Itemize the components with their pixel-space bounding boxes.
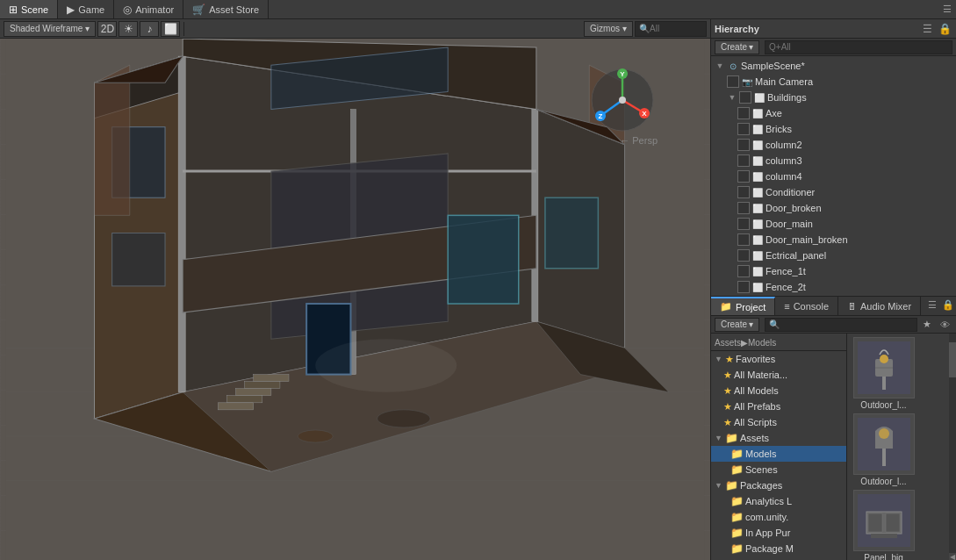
favorites-section-header[interactable]: ▼ ★ Favorites <box>711 351 846 367</box>
conditioner-check[interactable] <box>737 186 750 198</box>
tree-item-fence-3t[interactable]: ⬜ Fence_3t <box>711 295 956 296</box>
bottom-panel-menu-btn[interactable]: ☰ <box>924 297 940 312</box>
asset-item-panel-big[interactable]: Panel_big <box>851 490 916 560</box>
asset-models-item[interactable]: 📁 Models <box>711 446 846 462</box>
buildings-expand-arrow: ▼ <box>727 92 737 103</box>
tree-item-bricks[interactable]: ⬜ Bricks <box>711 121 956 137</box>
tab-menu-btn[interactable]: ☰ <box>938 0 956 18</box>
tab-game[interactable]: ▶ Game <box>58 0 114 18</box>
pkg-package-m-icon: 📁 <box>730 542 744 555</box>
asset-grid-scrollbar[interactable]: ◀ <box>949 334 956 560</box>
light-btn[interactable]: ☀ <box>119 21 138 37</box>
pkg-com-unity[interactable]: 📁 com.unity. <box>711 509 846 525</box>
animator-tab-icon: ◎ <box>123 4 132 16</box>
tree-item-main-camera[interactable]: 📷 Main Camera <box>711 74 956 90</box>
panel-expand-handle[interactable]: ◀ <box>949 553 956 560</box>
tree-scene-root[interactable]: ▼ ⊙ SampleScene* <box>711 58 956 74</box>
tree-item-conditioner[interactable]: ⬜ Conditioner <box>711 184 956 200</box>
svg-rect-24 <box>227 396 262 403</box>
tree-item-axe[interactable]: ⬜ Axe <box>711 105 956 121</box>
svg-rect-60 <box>886 513 900 532</box>
hierarchy-search-input[interactable] <box>769 42 948 52</box>
tree-item-column4[interactable]: ⬜ column4 <box>711 169 956 184</box>
project-search-input[interactable] <box>780 319 913 329</box>
door-broken-check[interactable] <box>737 202 750 214</box>
audio-btn[interactable]: ♪ <box>140 21 159 37</box>
fav-all-prefabs[interactable]: ★ All Prefabs <box>711 398 846 414</box>
project-star-btn[interactable]: ★ <box>919 317 935 333</box>
column3-check[interactable] <box>737 154 750 167</box>
door-main-broken-check[interactable] <box>737 233 750 246</box>
bottom-tab-bar: 📁 Project ≡ Console 🎚 Audio Mixer ☰ 🔒 <box>711 297 956 316</box>
asset-item-outdoor-1[interactable]: Outdoor_l... <box>851 337 916 410</box>
project-eye-btn[interactable]: 👁 <box>937 317 952 333</box>
tab-asset-store[interactable]: 🛒 Asset Store <box>183 0 269 18</box>
ectrical-panel-check[interactable] <box>737 249 750 262</box>
column4-label: column4 <box>766 171 802 182</box>
column3-label: column3 <box>766 155 802 166</box>
tree-item-fence-2t[interactable]: ⬜ Fence_2t <box>711 279 956 295</box>
main-camera-check[interactable] <box>727 75 739 88</box>
hierarchy-lock-btn[interactable]: 🔒 <box>937 21 952 37</box>
gizmos-dropdown[interactable]: Gizmos ▾ <box>584 21 633 37</box>
tab-project[interactable]: 📁 Project <box>711 297 775 315</box>
hierarchy-menu-btn[interactable]: ☰ <box>919 21 935 37</box>
buildings-check[interactable] <box>739 91 751 104</box>
pkg-in-app[interactable]: 📁 In App Pur <box>711 525 846 541</box>
project-breadcrumb: Assets ▶ Models <box>711 335 846 351</box>
toggle-2d-btn[interactable]: 2D <box>97 21 117 37</box>
svg-point-48 <box>619 97 626 104</box>
scene-search-input[interactable] <box>650 24 702 33</box>
effects-btn[interactable]: ⬜ <box>161 21 180 37</box>
tab-audio-mixer[interactable]: 🎚 Audio Mixer <box>838 297 921 315</box>
fav-all-materials[interactable]: ★ All Materia... <box>711 367 846 383</box>
pkg-textmesh[interactable]: 📁 TextMesh P <box>711 556 846 560</box>
hierarchy-create-btn[interactable]: Create ▾ <box>715 40 759 54</box>
svg-rect-22 <box>245 382 280 389</box>
tree-item-column2[interactable]: ⬜ column2 <box>711 137 956 153</box>
asset-grid-scroll-thumb[interactable] <box>949 342 956 377</box>
asset-grid[interactable]: Outdoor_l... <box>847 334 949 560</box>
fence-1t-check[interactable] <box>737 265 750 277</box>
tree-item-door-main[interactable]: ⬜ Door_main <box>711 216 956 232</box>
bottom-panel-lock-btn[interactable]: 🔒 <box>940 297 956 312</box>
tab-animator[interactable]: ◎ Animator <box>114 0 183 18</box>
scene-canvas[interactable]: Y X Z ← Persp <box>0 39 710 560</box>
tree-item-ectrical-panel[interactable]: ⬜ Ectrical_panel <box>711 248 956 263</box>
tab-console[interactable]: ≡ Console <box>775 297 838 315</box>
column2-check[interactable] <box>737 139 750 151</box>
tree-item-door-broken[interactable]: ⬜ Door_broken <box>711 200 956 216</box>
tree-item-buildings[interactable]: ▼ ⬜ Buildings <box>711 90 956 105</box>
asset-scenes-item[interactable]: 📁 Scenes <box>711 462 846 477</box>
asset-item-outdoor-2[interactable]: Outdoor_l... <box>851 413 916 486</box>
packages-section-header[interactable]: ▼ 📁 Packages <box>711 477 846 493</box>
bricks-check[interactable] <box>737 123 750 135</box>
tree-item-column3[interactable]: ⬜ column3 <box>711 153 956 169</box>
fav-all-scripts[interactable]: ★ All Scripts <box>711 414 846 430</box>
door-main-check[interactable] <box>737 218 750 230</box>
conditioner-label: Conditioner <box>766 187 815 197</box>
breadcrumb-sep: ▶ <box>741 338 748 348</box>
column4-check[interactable] <box>737 170 750 183</box>
fav-all-models[interactable]: ★ All Models <box>711 383 846 398</box>
hierarchy-tree[interactable]: ▼ ⊙ SampleScene* 📷 Main Camera ▼ ⬜ <box>711 56 956 296</box>
project-search[interactable]: 🔍 <box>765 318 917 332</box>
top-tab-bar: ⊞ Scene ▶ Game ◎ Animator 🛒 Asset Store … <box>0 0 956 19</box>
tree-item-door-main-broken[interactable]: ⬜ Door_main_broken <box>711 232 956 248</box>
column4-icon: ⬜ <box>751 170 764 183</box>
project-search-icon: 🔍 <box>769 319 780 329</box>
pkg-analytics[interactable]: 📁 Analytics L <box>711 493 846 509</box>
scene-gizmo[interactable]: Y X Z <box>587 65 658 135</box>
tab-scene[interactable]: ⊞ Scene <box>0 0 58 18</box>
svg-point-31 <box>377 410 430 427</box>
folder-tree[interactable]: Assets ▶ Models ▼ ★ Favorites <box>711 334 847 560</box>
fence-2t-check[interactable] <box>737 281 750 293</box>
assets-section-header[interactable]: ▼ 📁 Assets <box>711 430 846 446</box>
shading-mode-dropdown[interactable]: Shaded Wireframe ▾ <box>4 21 96 37</box>
hierarchy-search[interactable] <box>765 40 952 54</box>
pkg-package-m[interactable]: 📁 Package M <box>711 541 846 556</box>
axe-check[interactable] <box>737 107 750 119</box>
tree-item-fence-1t[interactable]: ⬜ Fence_1t <box>711 263 956 279</box>
project-create-btn[interactable]: Create ▾ <box>715 318 759 332</box>
scene-search-box[interactable]: 🔍 <box>635 21 707 37</box>
